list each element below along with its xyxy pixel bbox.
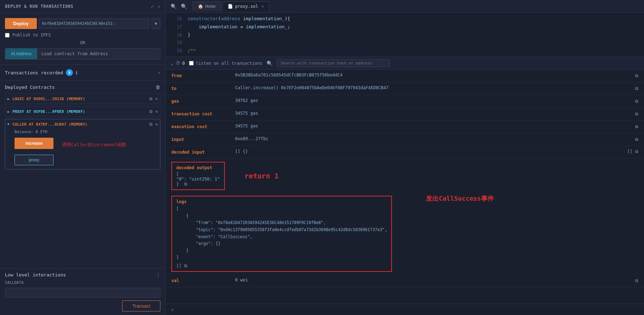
tx-row-exec-cost: execution cost 34575 gas ⧉ [166,121,644,133]
zoom-out-icon[interactable]: 🔍 [169,3,178,10]
contract-logic-header: ▶ LOGIC AT 0XD91...39138 (MEMORY) ⧉ ✕ [7,96,158,101]
deploy-button[interactable]: Deploy [5,18,37,29]
deployed-title: Deployed Contracts [5,85,55,90]
proxy-button[interactable]: proxy [15,155,53,165]
low-level-info-icon[interactable]: ⋮ [156,272,160,277]
tx-val-value: 0 wei [235,277,632,282]
copy-logs-icon2[interactable]: ⧉ [184,263,187,268]
tx-input-value: 0xe89...27fbc [235,136,632,141]
contract-row-logic[interactable]: ▶ LOGIC AT 0XD91...39138 (MEMORY) ⧉ ✕ [5,93,160,104]
calldata-label: CALLDATA [5,280,160,285]
contract-logic-name: LOGIC AT 0XD91...39138 (MEMORY) [12,97,149,101]
return-annotation: return 1 [245,172,279,180]
publish-row: Publish to IPFS [5,33,160,38]
bottom-expand[interactable]: › [166,304,644,315]
logs-box: logs [ { "from": "0xf8e81D47203A594245E3… [171,196,392,271]
home-tab-icon: 🏠 [198,4,203,9]
copy-decoded-output[interactable]: ⧉ [184,182,187,187]
copy-input-icon[interactable]: ⧉ [635,137,638,142]
callsuccess-annotation: 发出CallSuccess事件 [426,194,494,203]
tx-from-label: from [171,73,235,78]
copy-decoded-input-icon1[interactable]: [] [627,149,632,154]
trash-icon[interactable]: 🗑 [155,84,160,90]
copy-gas-icon[interactable]: ⧉ [635,99,638,104]
decoded-output-entry: "0": "uint256: 1" [176,177,220,182]
tx-val-icons: ⧉ [635,277,638,283]
proxy-tab-label: proxy.sol [235,4,258,9]
transactions-badge: 6 [66,69,73,76]
toolbar-icon-group: ⌄ ⏱ 0 [171,61,185,66]
copy-decoded-input-icon2[interactable]: ⧉ [635,149,638,154]
decoded-output-open: [ [176,172,179,177]
tab-proxy-sol[interactable]: 📄 proxy.sol ✕ [222,1,269,11]
search-input[interactable] [277,59,390,67]
contract-caller-name: CALLER AT 0X7EF...8CB47 (MEMORY) [12,122,149,127]
at-address-button[interactable]: At Address [5,48,37,59]
line-num-20: 20 [171,47,182,54]
copy-icon-caller[interactable]: ⧉ [149,122,153,127]
tx-gas-label: gas [171,98,235,104]
increase-annotation: 调用Caller的increment函数 [62,142,126,148]
low-level-title: Low level interactions [5,272,66,277]
copy-icon-proxy[interactable]: ⧉ [149,109,153,114]
at-address-row: At Address Load contract from Address [5,48,160,59]
transact-button[interactable]: Transact [122,300,160,311]
copy-to-icon[interactable]: ⧉ [635,86,638,91]
contract-proxy-header: ▶ PROXY AT 0XF8E...9FBE8 (MEMORY) ⧉ ✕ [7,109,158,114]
copy-logs-icon1[interactable]: [] [176,263,181,268]
contract-proxy-icons: ⧉ ✕ [149,109,158,114]
tx-exec-value: 34575 gas [235,124,632,128]
listen-checkbox[interactable] [189,61,194,65]
decoded-output-content: [ "0": "uint256: 1" } ⧉ [176,172,220,187]
contract-caller-chevron: ▶ [7,123,11,125]
copy-icon-logic[interactable]: ⧉ [149,96,153,101]
search-icon[interactable]: 🔍 [267,61,273,66]
copy-exec-icon[interactable]: ⧉ [635,124,638,129]
dropdown-button[interactable]: ▾ [152,18,160,29]
proxy-btn-row: proxy [15,155,158,165]
transactions-section: Transactions recorded 6 ℹ › [0,65,165,81]
code-line-16: 16 constructor(address implementation_){ [166,15,644,23]
close-icon-logic[interactable]: ✕ [155,96,158,101]
low-level-header: Low level interactions ⋮ [5,272,160,277]
tx-gas-value: 39762 gas [235,98,632,103]
code-line-20: 20 /** [166,47,644,55]
close-icon-caller[interactable]: ✕ [155,122,158,127]
code-text-20: /** [188,47,196,55]
code-text-16: constructor(address implementation_){ [188,15,290,23]
address-input[interactable] [39,18,149,29]
copy-from-icon[interactable]: ⧉ [635,73,638,78]
tx-count: 0 [182,61,185,66]
expand-icon[interactable]: ⌄ [171,61,173,66]
header-icons: ✓ › [151,4,160,9]
check-icon: ✓ [151,4,154,9]
code-text-17: implementation = implementation_; [188,23,290,31]
calldata-input[interactable] [5,288,160,298]
contract-row-proxy[interactable]: ▶ PROXY AT 0XF8E...9FBE8 (MEMORY) ⧉ ✕ [5,106,160,117]
tx-row-val: val 0 wei ⧉ [166,275,644,287]
listen-checkbox-group: listen on all transactions [189,61,262,66]
tabs-bar: 🔍 🔍 🏠 Home 📄 proxy.sol ✕ [166,0,644,13]
increase-button[interactable]: increase [15,138,53,149]
tx-row-to: to Caller.increase() 0x7EF2e0048f5bAeDe0… [166,82,644,95]
copy-val-icon[interactable]: ⧉ [635,278,638,283]
tab-close-icon[interactable]: ✕ [262,4,264,8]
panel-title: DEPLOY & RUN TRANSACTIONS [5,4,73,9]
line-num-19: 19 [171,39,182,46]
right-panel: 🔍 🔍 🏠 Home 📄 proxy.sol ✕ 16 constructor(… [166,0,644,315]
code-area: 16 constructor(address implementation_){… [166,13,644,57]
tab-home[interactable]: 🏠 Home [193,1,221,11]
publish-checkbox[interactable] [5,33,10,38]
chevron-right-icon[interactable]: › [158,70,160,75]
forward-icon[interactable]: › [158,4,160,9]
code-line-17: 17 implementation = implementation_; [166,23,644,31]
tx-from-icons: ⧉ [635,73,638,78]
tx-detail[interactable]: from 0x5B38Da6a701c568545dCfcB03FcB875f5… [166,70,644,304]
close-icon-proxy[interactable]: ✕ [155,109,158,114]
info-icon[interactable]: ℹ [76,70,78,75]
tx-input-icons: ⧉ [635,136,638,142]
contract-caller-header[interactable]: ▶ CALLER AT 0X7EF...8CB47 (MEMORY) ⧉ ✕ [7,122,158,127]
zoom-in-icon[interactable]: 🔍 [179,3,188,10]
copy-cost-icon[interactable]: ⧉ [635,111,638,116]
tx-decoded-input-label: decoded input [171,149,235,155]
